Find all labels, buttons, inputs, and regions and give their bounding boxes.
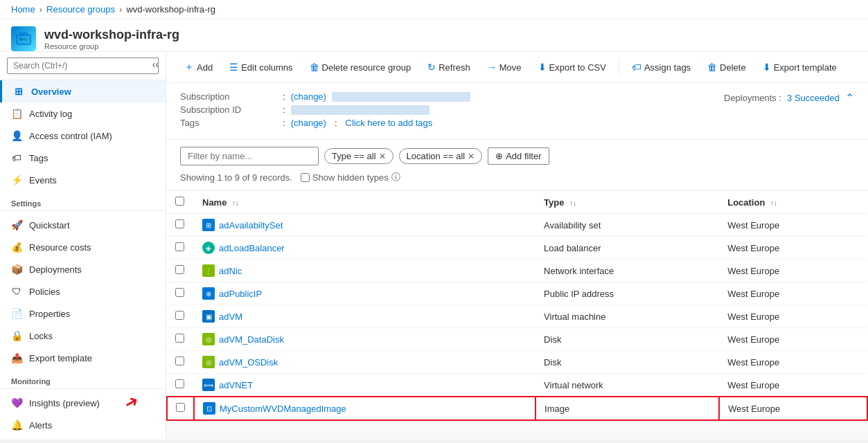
add-filter-button[interactable]: ⊕ Add filter [488,147,549,165]
sidebar-item-alerts[interactable]: 🔔 Alerts [0,414,166,436]
type-column-header[interactable]: Type ↑↓ [535,191,719,214]
row-checkbox-1[interactable] [175,242,184,251]
resource-name-link[interactable]: adLoadBalancer [219,243,285,253]
row-checkbox-7[interactable] [175,379,184,388]
export-template-icon: ⬇ [763,62,771,73]
resource-name-cell: ⋮ adNic [194,260,535,282]
sidebar-item-access-control-label: Access control (IAM) [29,131,112,141]
sidebar-item-activity-log[interactable]: 📋 Activity log [0,102,166,125]
tags-row: Tags : (change) : Click here to add tags [180,118,470,128]
row-checkbox-0[interactable] [175,219,184,228]
row-checkbox-4[interactable] [175,311,184,320]
table-row[interactable]: ◈ adLoadBalancer Load balancer West Euro… [167,237,867,260]
table-row[interactable]: ⟺ adVNET Virtual network West Europe [167,374,867,397]
table-row[interactable]: ▣ adVM Virtual machine West Europe [167,305,867,328]
table-row[interactable]: ⊞ adAvailabiltySet Availability set West… [167,214,867,237]
resource-name-link[interactable]: adVM_DataDisk [219,334,284,345]
edit-columns-button[interactable]: ☰ Edit columns [222,58,299,76]
properties-icon: 📄 [11,308,22,319]
delete-button[interactable]: 🗑 Delete [700,58,753,76]
subscription-row: Subscription : (change) [180,91,470,102]
sidebar-item-access-control[interactable]: 👤 Access control (IAM) [0,125,166,147]
type-filter-chip[interactable]: Type == all ✕ [324,148,393,164]
table-row[interactable]: ⋮ adNic Network interface West Europe [167,260,867,282]
resource-location-cell: West Europe [719,305,867,328]
sidebar-collapse-button[interactable]: ‹‹ [148,57,163,71]
move-button[interactable]: → Move [480,58,529,76]
table-row[interactable]: ⊕ adPublicIP Public IP address West Euro… [167,282,867,305]
events-icon: ⚡ [11,174,22,186]
row-checkbox-5[interactable] [175,334,184,343]
resource-type-icon: ⊞ [202,219,215,231]
svg-point-3 [19,38,22,41]
resource-type-icon: ⊡ [203,402,215,415]
location-filter-clear[interactable]: ✕ [468,152,475,161]
filter-name-input[interactable] [180,147,319,165]
sidebar-item-events[interactable]: ⚡ Events [0,169,166,191]
name-column-header[interactable]: Name ↑↓ [194,191,535,214]
show-hidden-label[interactable]: Show hidden types ⓘ [301,171,400,183]
select-all-checkbox[interactable] [175,197,184,206]
sidebar-item-export-template[interactable]: 📤 Export template [0,347,166,369]
sidebar-item-events-label: Events [29,175,57,186]
resource-type-cell: Virtual machine [535,305,719,328]
page-subtitle: Resource group [44,42,179,51]
sidebar-item-tags-label: Tags [29,153,48,163]
table-row[interactable]: ◎ adVM_OSDisk Disk West Europe [167,351,867,374]
info-collapse-button[interactable]: ⌃ [845,91,854,105]
show-hidden-checkbox[interactable] [301,173,310,182]
sidebar-item-resource-costs[interactable]: 💰 Resource costs [0,236,166,258]
resource-name-link[interactable]: adNic [219,266,242,276]
resource-name-link[interactable]: MyCustomWVDManagedImage [220,404,346,414]
row-checkbox-6[interactable] [175,356,184,365]
type-filter-clear[interactable]: ✕ [379,152,386,161]
resource-name-link[interactable]: adPublicIP [219,289,262,299]
table-row[interactable]: ⊡ MyCustomWVDManagedImage Image West Eur… [167,397,867,420]
row-checkbox-8[interactable] [176,403,185,412]
table-row[interactable]: ◎ adVM_DataDisk Disk West Europe [167,328,867,351]
filter-row: Type == all ✕ Location == all ✕ ⊕ Add fi… [180,147,854,165]
row-checkbox-3[interactable] [175,288,184,297]
resource-name-link[interactable]: adVM_OSDisk [219,357,278,368]
sidebar-item-insights[interactable]: 💜 Insights (preview) [0,392,166,414]
sidebar-item-properties[interactable]: 📄 Properties [0,302,166,325]
tags-icon: 🏷 [11,152,22,163]
assign-tags-button[interactable]: 🏷 Assign tags [625,58,698,76]
add-button[interactable]: ＋ Add [177,57,220,77]
row-checkbox-cell [167,374,194,397]
tags-change-link[interactable]: (change) [291,118,326,128]
subscription-id-value [291,105,429,115]
sidebar-item-quickstart[interactable]: 🚀 Quickstart [0,214,166,236]
show-hidden-text: Show hidden types [312,172,389,183]
sidebar-item-deployments[interactable]: 📦 Deployments [0,258,166,280]
locks-icon: 🔒 [11,330,22,341]
breadcrumb-resource-groups[interactable]: Resource groups [46,4,115,15]
search-input[interactable] [7,57,159,74]
location-filter-chip[interactable]: Location == all ✕ [399,148,483,164]
sidebar-item-locks[interactable]: 🔒 Locks [0,325,166,347]
sidebar-item-overview[interactable]: ⊞ Overview [0,80,166,102]
resource-name-link[interactable]: adVM [219,311,242,322]
alerts-icon: 🔔 [11,419,22,431]
resource-name-link[interactable]: adVNET [219,380,253,390]
export-csv-button[interactable]: ⬇ Export to CSV [531,58,613,76]
location-column-header[interactable]: Location ↑↓ [719,191,867,214]
export-template-icon: 📤 [11,352,22,363]
delete-resource-group-button[interactable]: 🗑 Delete resource group [303,58,418,76]
tags-add-link[interactable]: Click here to add tags [346,118,433,128]
table-header: Name ↑↓ Type ↑↓ Location ↑↓ [167,191,867,214]
subscription-change-link[interactable]: (change) [291,91,326,102]
table-body: ⊞ adAvailabiltySet Availability set West… [167,214,867,421]
sidebar-item-policies[interactable]: 🛡 Policies [0,280,166,302]
refresh-button[interactable]: ↻ Refresh [420,58,477,76]
resource-name-link[interactable]: adAvailabiltySet [219,220,283,230]
breadcrumb-home[interactable]: Home [11,4,35,15]
deployments-link[interactable]: 3 Succeeded [787,93,840,103]
sidebar-item-tags[interactable]: 🏷 Tags [0,147,166,169]
svg-rect-2 [19,32,28,36]
row-checkbox-2[interactable] [175,265,184,274]
row-checkbox-cell [167,260,194,282]
resource-location-cell: West Europe [719,282,867,305]
export-template-toolbar-button[interactable]: ⬇ Export template [756,58,844,76]
table-header-row: Name ↑↓ Type ↑↓ Location ↑↓ [167,191,867,214]
